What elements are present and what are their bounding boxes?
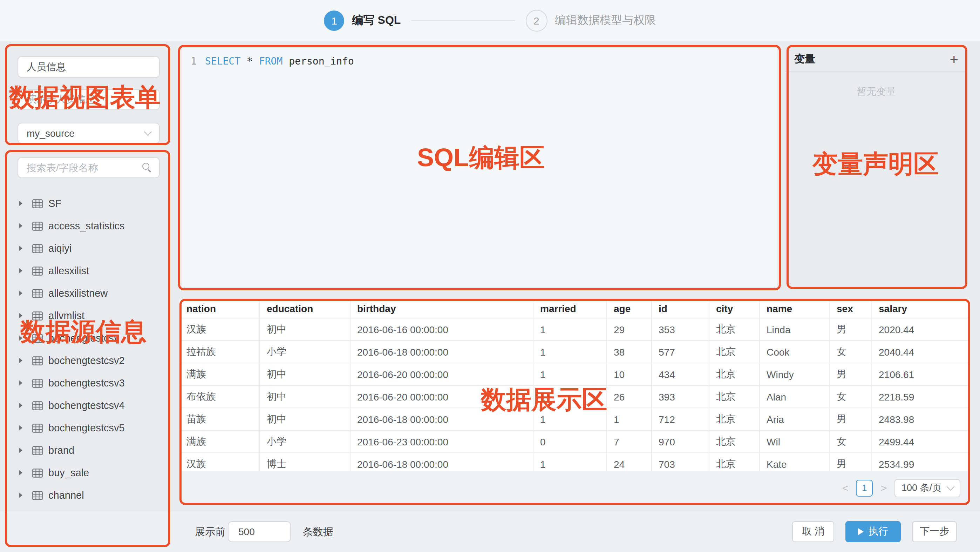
cell-id: 393	[651, 385, 709, 408]
next-page-icon[interactable]: >	[879, 482, 888, 494]
table-tree-item[interactable]: bochengtestcsv5	[0, 416, 173, 439]
table-name: bochengtestcsv5	[48, 422, 125, 434]
column-header[interactable]: city	[709, 300, 759, 318]
table-name: bochengtestcsv	[48, 332, 119, 344]
column-header[interactable]: birthday	[350, 300, 533, 318]
current-page[interactable]: 1	[856, 479, 873, 496]
step1-label: 编写 SQL	[352, 13, 401, 28]
expand-caret-icon[interactable]	[19, 380, 22, 386]
execute-button[interactable]: 执行	[845, 521, 901, 542]
column-header[interactable]: name	[759, 300, 829, 318]
table-row[interactable]: 汉族 初中 2016-06-16 00:00:00 1 29 353 北京 Li…	[180, 318, 970, 341]
cell-sex: 男	[829, 453, 871, 471]
next-step-button[interactable]: 下一步	[912, 521, 957, 542]
table-tree-item[interactable]: bochengtestcsv3	[0, 372, 173, 394]
table-tree-item[interactable]: bochengtestcsv2	[0, 349, 173, 372]
cell-name: Kate	[759, 453, 829, 471]
column-header[interactable]: age	[606, 300, 651, 318]
stepper-connector	[411, 20, 515, 21]
expand-caret-icon[interactable]	[19, 470, 22, 475]
cell-nation: 满族	[180, 430, 259, 453]
result-data-panel: nationeducationbirthdaymarriedageidcityn…	[180, 300, 970, 504]
table-grid-icon	[32, 311, 43, 320]
row-limit-input[interactable]	[228, 521, 291, 542]
column-header[interactable]: salary	[871, 300, 970, 318]
cell-age: 38	[606, 341, 651, 363]
page-size-select[interactable]: 100 条/页	[894, 479, 960, 497]
variables-title: 变量	[794, 52, 815, 65]
cell-birthday: 2016-06-20 00:00:00	[350, 385, 533, 408]
step-write-sql[interactable]: 1 编写 SQL	[324, 11, 401, 31]
table-tree-item[interactable]: buy_sale	[0, 461, 173, 484]
cell-married: 1	[533, 408, 606, 430]
expand-caret-icon[interactable]	[19, 358, 22, 363]
column-header[interactable]: nation	[180, 300, 259, 318]
search-icon[interactable]	[142, 163, 152, 172]
table-tree-item[interactable]: access_statistics	[0, 215, 173, 237]
table-grid-icon	[32, 491, 43, 500]
column-header[interactable]: education	[259, 300, 350, 318]
expand-caret-icon[interactable]	[19, 492, 22, 498]
cell-city: 北京	[709, 430, 759, 453]
expand-caret-icon[interactable]	[19, 447, 22, 453]
table-tree-item[interactable]: allesxilist	[0, 260, 173, 282]
cell-age: 1	[606, 408, 651, 430]
pagination: < 1 > 100 条/页	[180, 471, 970, 504]
cell-married: 1	[533, 341, 606, 363]
datasource-select[interactable]: my_source	[18, 123, 160, 144]
cell-married: 1	[533, 385, 606, 408]
table-tree-item[interactable]: aiqiyi	[0, 237, 173, 260]
variables-empty-text: 暂无变量	[785, 86, 967, 98]
table-row[interactable]: 拉祜族 小学 2016-06-18 00:00:00 1 38 577 北京 C…	[180, 341, 970, 363]
cell-id: 712	[651, 408, 709, 430]
cell-education: 初中	[259, 408, 350, 430]
table-row[interactable]: 满族 小学 2016-06-23 00:00:00 0 7 970 北京 Wil…	[180, 430, 970, 453]
table-name: brand	[48, 445, 74, 456]
table-grid-icon	[32, 378, 43, 388]
step2-indicator: 2	[525, 10, 547, 32]
expand-caret-icon[interactable]	[19, 403, 22, 408]
expand-caret-icon[interactable]	[19, 335, 22, 341]
table-tree-item[interactable]: allesxilistnew	[0, 282, 173, 305]
table-name: aiqiyi	[48, 242, 72, 254]
table-tree-item[interactable]: bochengtestcsv4	[0, 394, 173, 416]
expand-caret-icon[interactable]	[19, 268, 22, 274]
table-row[interactable]: 布依族 初中 2016-06-20 00:00:00 1 26 393 北京 A…	[180, 385, 970, 408]
expand-caret-icon[interactable]	[19, 246, 22, 251]
table-tree-item[interactable]: bochengtestcsv	[0, 327, 173, 349]
bottom-bar: 展示前 条数据 取消 执行 下一步	[0, 511, 980, 552]
table-tree-item[interactable]: SF	[0, 192, 173, 215]
table-row[interactable]: 苗族 初中 2016-06-18 00:00:00 1 1 712 北京 Ari…	[180, 408, 970, 430]
result-table: nationeducationbirthdaymarriedageidcityn…	[180, 300, 970, 471]
view-name-input[interactable]	[18, 56, 160, 78]
cell-nation: 汉族	[180, 318, 259, 341]
table-row[interactable]: 汉族 博士 2016-06-18 00:00:00 1 24 703 北京 Ka…	[180, 453, 970, 471]
add-variable-icon[interactable]: +	[950, 51, 958, 66]
table-grid-icon	[32, 356, 43, 365]
cell-id: 703	[651, 453, 709, 471]
table-name: bochengtestcsv2	[48, 355, 125, 366]
cell-education: 初中	[259, 385, 350, 408]
prev-page-icon[interactable]: <	[841, 482, 850, 494]
cancel-button[interactable]: 取消	[792, 521, 834, 542]
table-row[interactable]: 满族 初中 2016-06-20 00:00:00 1 10 434 北京 Wi…	[180, 363, 970, 385]
cell-nation: 满族	[180, 363, 259, 385]
cell-salary: 2499.44	[871, 430, 970, 453]
step-edit-model[interactable]: 2 编辑数据模型与权限	[525, 10, 656, 32]
expand-caret-icon[interactable]	[19, 313, 22, 318]
expand-caret-icon[interactable]	[19, 290, 22, 296]
expand-caret-icon[interactable]	[19, 201, 22, 206]
table-tree-item[interactable]: channel	[0, 484, 173, 506]
view-description-input[interactable]	[18, 89, 160, 110]
table-tree-item[interactable]: brand	[0, 439, 173, 461]
cell-city: 北京	[709, 341, 759, 363]
column-header[interactable]: married	[533, 300, 606, 318]
expand-caret-icon[interactable]	[19, 223, 22, 229]
column-header[interactable]: id	[651, 300, 709, 318]
sql-editor[interactable]: 1 SELECT * FROM person_info	[181, 47, 778, 287]
table-tree-item[interactable]: allvmlist	[0, 305, 173, 327]
table-search-input[interactable]	[27, 162, 132, 173]
expand-caret-icon[interactable]	[19, 425, 22, 431]
cell-married: 0	[533, 430, 606, 453]
column-header[interactable]: sex	[829, 300, 871, 318]
